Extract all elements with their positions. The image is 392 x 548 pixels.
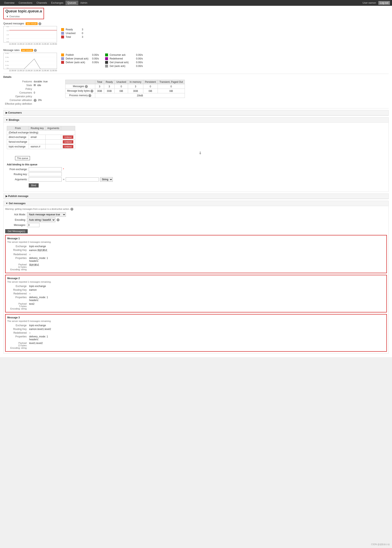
arguments-value-input[interactable]	[66, 177, 99, 181]
get-messages-content: Warning: getting messages from a queue i…	[4, 206, 388, 353]
col-transient: Transient, Paged Out	[158, 80, 185, 84]
publish-value: 0.00/s	[92, 54, 99, 56]
m1-exchange-label: Exchange	[7, 244, 28, 248]
from-exchange-label: From exchange:	[7, 168, 28, 171]
ack-mode-select[interactable]: Nack message requeue true Nack message r…	[27, 212, 66, 217]
total-color	[61, 35, 64, 38]
from-exchange-input[interactable]	[29, 167, 62, 171]
queued-messages-section: Queued messages last minute ? 4.0	[3, 21, 389, 49]
logout-button[interactable]: Log out	[378, 1, 390, 5]
unacked-value: 0	[82, 32, 83, 35]
unbind-button-3[interactable]: Unbind	[63, 145, 73, 148]
message-2-info: The server reported 1 messages remaining…	[7, 281, 385, 283]
nav-connections[interactable]: Connections	[16, 1, 35, 5]
redelivered-color	[105, 57, 108, 60]
binding-args-1	[45, 135, 61, 139]
nav-queues[interactable]: Queues	[65, 1, 78, 5]
get-messages-warning: Warning: getting messages from a queue i…	[5, 208, 387, 211]
nav-overview[interactable]: Overview	[2, 1, 16, 5]
features-value: durable: true	[34, 80, 48, 83]
m3-payload-value: level1.level2	[28, 341, 52, 350]
m2-payload-label: Payload 5 bytes Encoding: string	[7, 302, 28, 310]
messages-transient: 0	[158, 84, 185, 89]
arguments-type-select[interactable]: String	[100, 177, 113, 182]
message-2-table: Exchange topic-exchange Routing Key eamo…	[7, 284, 49, 310]
messages-unacked: 0	[115, 84, 128, 89]
messages-count-row: Messages:	[5, 223, 387, 227]
overview-label: Overview	[9, 15, 20, 18]
m2-payload-value: test2	[28, 302, 49, 310]
message-2-result: Message 2 The server reported 1 messages…	[5, 275, 387, 312]
deliver-auto-label: Deliver (auto ack)	[66, 61, 91, 64]
col-actions	[61, 126, 75, 131]
queued-messages-chart: 4.0 3.0 2.0 1.0 0.0 21:05:0021:05:1021:0…	[3, 26, 57, 45]
message-1-info: The server reported 2 messages remaining…	[7, 241, 385, 243]
ready-value: 3	[82, 28, 83, 31]
ready-label: Ready	[66, 28, 80, 31]
details-left: Features durable: true State idle Policy	[3, 80, 61, 106]
body-bytes-inmemory: 30iB	[128, 89, 143, 93]
user-info: User eamon Log out	[363, 1, 390, 5]
bindings-header[interactable]: ▼ Bindings	[4, 118, 388, 123]
get-messages-header[interactable]: ▼ Get messages	[4, 201, 388, 206]
queued-messages-help[interactable]: ?	[38, 22, 41, 25]
bindings-table: From Routing key Arguments (Default exch…	[7, 126, 75, 149]
get-manual-value: 0.00/s	[136, 61, 143, 64]
consumer-ack-color	[105, 54, 108, 56]
m3-redelivered-value: ○	[28, 331, 52, 335]
message-3-table: Exchange topic-exchange Routing Key eamo…	[7, 324, 52, 350]
consumer-ack-label: Consumer ack	[110, 54, 134, 56]
publish-message-header[interactable]: ▶ Publish message	[4, 194, 388, 199]
routing-key-row: Routing key:	[7, 172, 385, 176]
routing-key-input[interactable]	[29, 172, 62, 176]
message-rates-section: Message rates last minute ? 0.8/s 0.6/s	[3, 49, 389, 72]
svg-text:0.4/s: 0.4/s	[5, 61, 9, 62]
m2-exchange-value: topic-exchange	[28, 284, 49, 288]
messages-count-input[interactable]	[27, 223, 39, 227]
svg-text:1.0: 1.0	[7, 38, 9, 40]
m2-redelivered-label: Redelivered	[7, 292, 28, 295]
deliver-manual-label: Deliver (manual ack)	[66, 57, 91, 60]
process-memory-help[interactable]: ?	[88, 94, 91, 97]
get-messages-help[interactable]: ?	[70, 208, 73, 211]
message-rates-help[interactable]: ?	[34, 49, 37, 52]
consumer-ack-value: 0.00/s	[136, 54, 143, 56]
unbind-button-2[interactable]: Unbind	[63, 140, 73, 144]
stats-table: Total Ready Unacked In memory Persistent…	[65, 80, 185, 98]
rates-left-stats: Publish 0.00/s Deliver (manual ack) 0.00…	[61, 54, 99, 72]
message-rates-chart: 0.8/s 0.6/s 0.4/s 0.2/s 0/s 21:05:0021:0…	[3, 53, 57, 72]
queued-messages-badge: last minute	[26, 22, 38, 25]
encoding-select[interactable]: Auto string / base64	[27, 218, 55, 222]
consumers-section: ▶ Consumers	[3, 110, 389, 116]
binding-rk-1: email	[29, 135, 45, 139]
publish-color	[61, 54, 64, 56]
nav-channels[interactable]: Channels	[35, 1, 49, 5]
m3-rk-label: Routing Key	[7, 327, 28, 331]
unbind-button-1[interactable]: Unbind	[63, 135, 73, 139]
body-bytes-unacked: 0iB	[115, 89, 128, 93]
unacked-color	[61, 32, 64, 35]
svg-text:2.0: 2.0	[7, 34, 9, 36]
messages-help[interactable]: ?	[85, 85, 88, 88]
queued-messages-stats: Ready 3 Unacked 0 Total 3	[61, 26, 102, 45]
arguments-key-input[interactable]	[29, 177, 62, 181]
consumer-utilisation-help[interactable]: ?	[34, 99, 36, 102]
publish-label: Publish	[66, 54, 91, 56]
encoding-row: Encoding: Auto string / base64 ?	[5, 218, 387, 222]
message-rates-title: Message rates	[3, 49, 20, 52]
encoding-help[interactable]: ?	[56, 218, 59, 221]
consumers-value: 0	[34, 91, 48, 95]
consumers-header[interactable]: ▶ Consumers	[4, 110, 388, 115]
consumer-utilisation-label: Consumer utilisation	[3, 98, 34, 102]
bind-button[interactable]: Bind	[29, 183, 39, 187]
get-auto-value: 0.00/s	[136, 65, 143, 68]
get-messages-section: ▼ Get messages Warning: getting messages…	[3, 201, 389, 354]
add-binding-section: Add binding to this queue From exchange:…	[5, 161, 387, 190]
body-bytes-help[interactable]: ?	[91, 90, 93, 92]
down-arrow: ⇓	[14, 151, 387, 155]
get-messages-button[interactable]: Get Message(s)	[5, 229, 28, 233]
add-binding-title: Add binding to this queue	[7, 163, 385, 166]
nav-admin[interactable]: Admin	[78, 1, 89, 5]
page-title: Queue topic.queue.a	[5, 9, 42, 14]
nav-exchanges[interactable]: Exchanges	[49, 1, 65, 5]
